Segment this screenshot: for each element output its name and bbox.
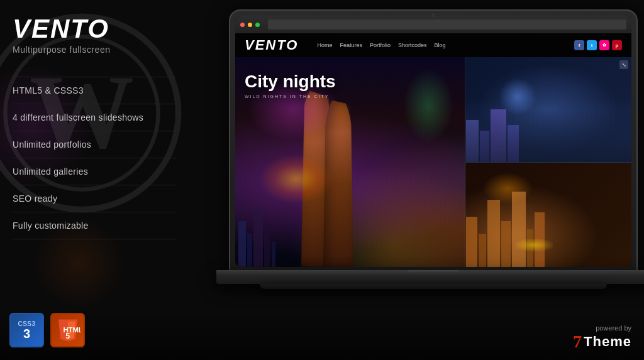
- social-pinterest[interactable]: p: [612, 40, 622, 50]
- browser-maximize-dot: [255, 23, 260, 27]
- site-social-links: f t ✿ p: [574, 40, 622, 50]
- thumb-glow: [499, 78, 536, 116]
- thumbnail-bottom: [465, 163, 631, 268]
- building-4: [264, 225, 270, 267]
- css3-label: CSS3: [18, 321, 35, 327]
- browser-close-dot: [240, 23, 245, 27]
- site-nav-portfolio[interactable]: Portfolio: [370, 42, 391, 48]
- css3-badge: CSS3 3: [9, 313, 44, 347]
- social-twitter[interactable]: t: [587, 40, 597, 50]
- theme-name: Theme: [584, 334, 631, 350]
- feature-item-1: HTML5 & CSSS3: [13, 77, 176, 104]
- theme-brand: 7 Theme: [573, 333, 631, 351]
- laptop-container: vento Home Features Portfolio Shortcodes…: [204, 9, 644, 336]
- brand-subtitle: Multipurpose fullscreen: [13, 45, 176, 55]
- laptop-screen: vento Home Features Portfolio Shortcodes…: [229, 9, 638, 273]
- html5-svg-icon: HTML 5: [55, 318, 80, 343]
- feature-item-3: Unlimited portfolios: [13, 131, 176, 158]
- hero-text-area: City nights WILD NIGHTS IN THE CITY: [245, 73, 336, 99]
- building-3: [253, 208, 263, 267]
- hero-subtitle: WILD NIGHTS IN THE CITY: [245, 94, 336, 99]
- laptop-bezel: vento Home Features Portfolio Shortcodes…: [235, 16, 631, 267]
- thumbnail-top: ⤡: [465, 57, 631, 163]
- hero-title: City nights: [245, 73, 336, 90]
- site-nav-features[interactable]: Features: [340, 42, 362, 48]
- thumb-buildings: [465, 109, 631, 161]
- bottom-badges: CSS3 3 HTML 5: [9, 313, 85, 347]
- city-skyline: [235, 183, 465, 267]
- left-panel: vento Multipurpose fullscreen HTML5 & CS…: [0, 0, 189, 308]
- site-nav-home[interactable]: Home: [317, 42, 332, 48]
- laptop-base: [216, 270, 644, 284]
- seven-icon: 7: [573, 333, 582, 351]
- browser-mockup: vento Home Features Portfolio Shortcodes…: [235, 16, 631, 267]
- feature-item-5: SEO ready: [13, 185, 176, 212]
- social-facebook[interactable]: f: [574, 40, 584, 50]
- site-nav-blog[interactable]: Blog: [435, 42, 446, 48]
- browser-nav-bar: [235, 16, 631, 33]
- powered-by-text: powered by: [573, 324, 631, 332]
- site-nav-items: Home Features Portfolio Shortcodes Blog: [317, 42, 574, 48]
- bottom-light: [515, 239, 553, 251]
- expand-icon[interactable]: ⤡: [619, 60, 628, 69]
- browser-url-bar: [268, 19, 626, 30]
- brand-title: vento: [13, 16, 176, 42]
- site-content: vento Home Features Portfolio Shortcodes…: [235, 33, 631, 267]
- building-1: [238, 221, 246, 267]
- green-light: [403, 68, 453, 143]
- webcam-dot: [431, 13, 435, 17]
- building-2: [247, 234, 252, 267]
- site-logo: vento: [245, 37, 298, 53]
- building-5: [272, 242, 275, 267]
- feature-item-6: Fully customizable: [13, 212, 176, 239]
- thumb-bottom-buildings: [465, 183, 631, 267]
- features-list: HTML5 & CSSS3 4 different fullscreen sli…: [13, 77, 176, 239]
- feature-item-2: 4 different fullscreen slideshows: [13, 104, 176, 131]
- thumbnail-strip: ⤡: [465, 57, 631, 267]
- feature-item-4: Unlimited galleries: [13, 158, 176, 185]
- svg-text:5: 5: [65, 331, 70, 340]
- html5-badge: HTML 5: [50, 313, 85, 347]
- site-navbar: vento Home Features Portfolio Shortcodes…: [235, 33, 631, 57]
- browser-minimize-dot: [248, 23, 252, 27]
- powered-by-section: powered by 7 Theme: [573, 324, 631, 351]
- css3-badge-inner: CSS3 3: [18, 321, 35, 340]
- css3-number: 3: [18, 327, 35, 340]
- social-flickr[interactable]: ✿: [599, 40, 609, 50]
- site-hero: City nights WILD NIGHTS IN THE CITY ⤡: [235, 57, 631, 267]
- thumb-gradient: [465, 99, 631, 162]
- site-nav-shortcodes[interactable]: Shortcodes: [398, 42, 427, 48]
- laptop-hinge: [408, 270, 458, 274]
